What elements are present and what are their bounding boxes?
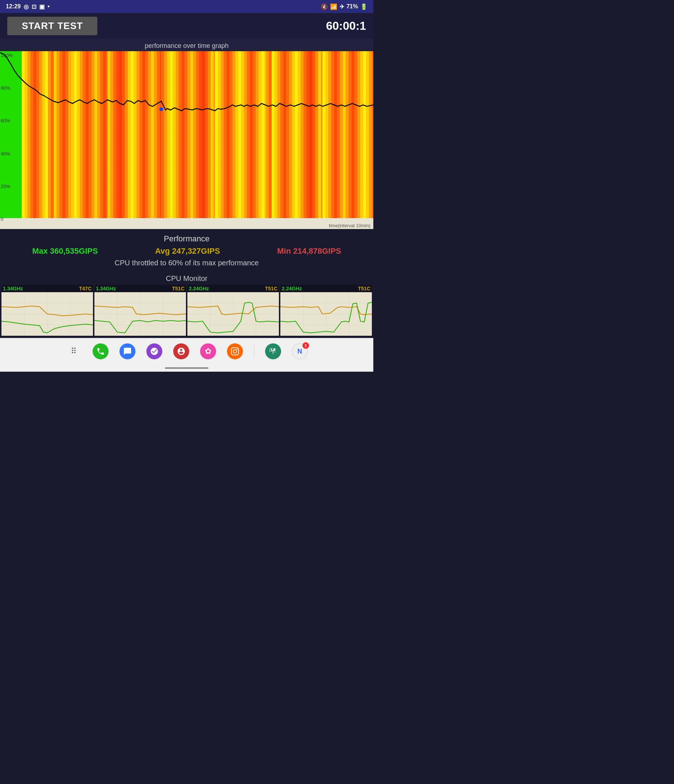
svg-rect-110: [301, 51, 304, 218]
svg-rect-28: [68, 51, 71, 218]
phone-icon[interactable]: [93, 343, 109, 359]
nav-divider: [254, 345, 254, 358]
cpu-core-2-graph: [187, 292, 279, 336]
cpu-core-1-header: 1.34GHz T51C: [94, 285, 186, 292]
time-display: 12:29: [6, 3, 21, 10]
notchless-icon[interactable]: N 2: [292, 343, 308, 359]
svg-rect-111: [304, 51, 306, 218]
svg-rect-67: [179, 51, 182, 218]
svg-rect-95: [259, 51, 262, 218]
svg-rect-75: [202, 51, 205, 218]
svg-rect-19: [42, 51, 45, 218]
svg-rect-48: [125, 51, 128, 218]
svg-rect-40: [103, 51, 106, 218]
cpu-monitor-title: CPU Monitor: [2, 274, 372, 283]
time-label: time(interval 10min): [329, 223, 370, 228]
max-stat: Max 360,535GIPS: [32, 246, 98, 256]
svg-rect-114: [312, 51, 315, 218]
svg-rect-29: [71, 51, 74, 218]
y-label-100: 100%: [1, 53, 13, 58]
svg-rect-13: [25, 51, 28, 218]
svg-rect-52: [137, 51, 139, 218]
svg-rect-98: [266, 51, 269, 218]
svg-rect-16: [33, 51, 36, 218]
performance-stats: Max 360,535GIPS Avg 247,327GIPS Min 214,…: [4, 246, 370, 256]
y-label-60: 60%: [1, 118, 13, 123]
svg-rect-47: [122, 51, 125, 218]
svg-rect-62: [164, 51, 167, 218]
graph-container: 100% 80% 60% 40% 20% 0: [0, 51, 373, 229]
performance-title: Performance: [4, 234, 370, 244]
grid-dots-icon[interactable]: ⠿: [66, 343, 82, 359]
svg-rect-90: [244, 51, 247, 218]
svg-rect-96: [262, 51, 264, 218]
svg-rect-103: [280, 51, 283, 218]
svg-rect-124: [340, 51, 343, 218]
blossom-icon[interactable]: ✿: [200, 343, 216, 359]
nav-badge: 2: [303, 342, 309, 349]
chat-icon[interactable]: [120, 343, 136, 359]
svg-point-136: [159, 107, 163, 111]
y-label-0: 0: [1, 216, 13, 222]
svg-rect-115: [315, 51, 318, 218]
svg-rect-101: [275, 51, 278, 218]
cpu-core-1-freq: 1.34GHz: [96, 286, 116, 291]
status-bar: 12:29 ◎ ⊡ ▣ • 🔇 📶 ✈ 71% 🔋: [0, 0, 373, 13]
svg-rect-64: [170, 51, 173, 218]
svg-rect-14: [28, 51, 31, 218]
svg-rect-72: [193, 51, 196, 218]
location-icon: ◎: [23, 3, 29, 10]
svg-rect-63: [167, 51, 170, 218]
status-left: 12:29 ◎ ⊡ ▣ •: [6, 3, 50, 10]
svg-rect-33: [83, 51, 86, 218]
cpu-core-1-temp: T51C: [172, 286, 184, 291]
nav-bar: ⠿ ✿ N 2: [0, 338, 373, 364]
svg-rect-45: [116, 51, 119, 218]
svg-rect-85: [229, 51, 232, 218]
cpu-core-3-graph: [280, 292, 372, 336]
svg-rect-58: [154, 51, 157, 218]
messages-icon[interactable]: [146, 343, 162, 359]
svg-rect-106: [289, 51, 292, 218]
svg-rect-131: [360, 51, 363, 218]
cpu-core-0: 1.34GHz T47C: [2, 285, 93, 336]
cpu-core-2: 2.24GHz T51C: [187, 285, 279, 336]
svg-rect-37: [94, 51, 97, 218]
snapchat-icon[interactable]: [173, 343, 189, 359]
cpu-core-3-temp: T51C: [358, 286, 370, 291]
y-axis-labels: 100% 80% 60% 40% 20% 0: [1, 51, 13, 229]
instagram-icon[interactable]: [227, 343, 243, 359]
svg-rect-71: [190, 51, 193, 218]
cpu-monitor-icon[interactable]: [265, 343, 281, 359]
svg-rect-51: [134, 51, 137, 218]
svg-rect-74: [199, 51, 202, 218]
svg-rect-56: [148, 51, 151, 218]
status-right: 🔇 📶 ✈ 71% 🔋: [321, 3, 368, 10]
svg-rect-128: [351, 51, 354, 218]
svg-rect-34: [86, 51, 89, 218]
svg-rect-76: [205, 51, 208, 218]
svg-rect-122: [334, 51, 337, 218]
svg-rect-89: [241, 51, 244, 218]
svg-rect-20: [45, 51, 48, 218]
svg-rect-24: [57, 51, 59, 218]
svg-rect-87: [235, 51, 238, 218]
cpu-core-2-freq: 2.24GHz: [189, 286, 209, 291]
svg-rect-109: [298, 51, 301, 218]
svg-rect-135: [372, 51, 373, 218]
svg-rect-26: [62, 51, 66, 218]
svg-rect-65: [173, 51, 176, 218]
wifi-icon: 📶: [330, 3, 337, 10]
svg-rect-36: [92, 51, 94, 218]
svg-rect-118: [323, 51, 325, 218]
svg-rect-93: [253, 51, 256, 218]
avg-stat: Avg 247,327GIPS: [155, 246, 220, 256]
svg-rect-88: [238, 51, 241, 218]
svg-rect-50: [131, 51, 134, 218]
svg-rect-107: [292, 51, 295, 218]
start-test-button[interactable]: START TEST: [7, 17, 97, 35]
airplane-icon: ✈: [340, 3, 344, 10]
svg-rect-77: [208, 51, 211, 218]
svg-rect-23: [54, 51, 57, 218]
cpu-cores-grid: 1.34GHz T47C: [2, 285, 372, 336]
